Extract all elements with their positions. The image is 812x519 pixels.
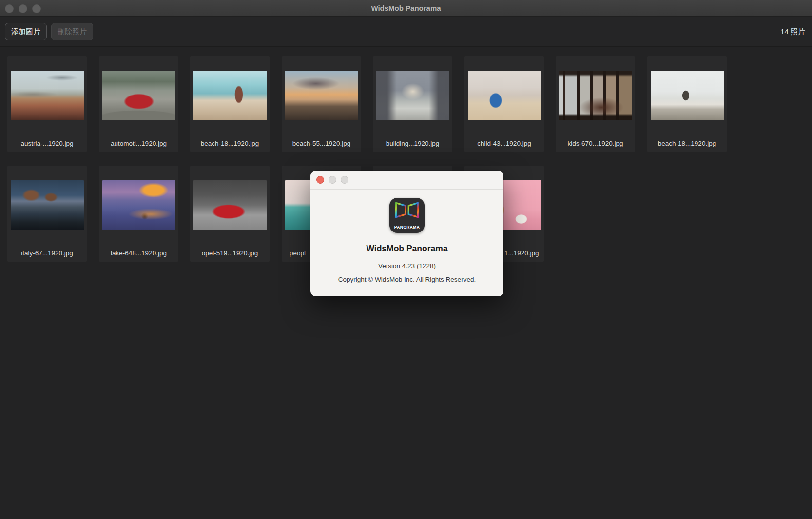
photo-filename: lake-648...1920.jpg bbox=[99, 250, 178, 257]
photo-cell[interactable]: child-43...1920.jpg bbox=[464, 56, 544, 152]
app-icon: PANORAMA bbox=[389, 198, 425, 233]
photo-thumbnail bbox=[651, 71, 724, 120]
window-titlebar: WidsMob Panorama bbox=[0, 0, 812, 17]
photo-thumbnail bbox=[376, 71, 449, 120]
photo-thumbnail bbox=[468, 71, 541, 120]
photo-filename: child-43...1920.jpg bbox=[464, 140, 544, 147]
photo-filename: opel-519...1920.jpg bbox=[190, 250, 270, 257]
about-dialog-traffic-lights bbox=[316, 176, 348, 184]
delete-photos-button[interactable]: 刪除照片 bbox=[51, 23, 93, 40]
panorama-icon bbox=[394, 202, 420, 218]
photo-thumbnail bbox=[193, 71, 267, 120]
photo-thumbnail bbox=[193, 180, 267, 230]
photo-cell[interactable]: automoti...1920.jpg bbox=[99, 56, 178, 152]
window-title: WidsMob Panorama bbox=[0, 0, 812, 16]
photo-filename: building...1920.jpg bbox=[373, 140, 452, 147]
app-icon-label: PANORAMA bbox=[389, 225, 425, 230]
photo-count: 14 照片 bbox=[780, 17, 805, 46]
photo-thumbnail bbox=[11, 71, 84, 120]
photo-cell[interactable]: austria-...1920.jpg bbox=[7, 56, 87, 152]
photo-cell[interactable]: beach-18...1920.jpg bbox=[647, 56, 727, 152]
photo-filename: austria-...1920.jpg bbox=[7, 140, 87, 147]
about-version: Version 4.23 (1228) bbox=[310, 262, 503, 269]
add-images-button[interactable]: 添加圖片 bbox=[5, 23, 47, 40]
photo-thumbnail bbox=[559, 71, 632, 120]
photo-filename: beach-18...1920.jpg bbox=[647, 140, 727, 147]
photo-cell[interactable]: italy-67...1920.jpg bbox=[7, 166, 87, 262]
about-copyright: Copyright © WidsMob Inc. All Rights Rese… bbox=[310, 276, 503, 283]
photo-filename: kids-670...1920.jpg bbox=[556, 140, 635, 147]
photo-thumbnail bbox=[102, 71, 175, 120]
about-dialog: PANORAMA WidsMob Panorama Version 4.23 (… bbox=[310, 171, 503, 296]
about-zoom-button bbox=[341, 176, 348, 184]
photo-cell[interactable]: kids-670...1920.jpg bbox=[556, 56, 635, 152]
photo-filename: beach-55...1920.jpg bbox=[282, 140, 361, 147]
toolbar: 添加圖片 刪除照片 14 照片 bbox=[0, 17, 812, 47]
photo-thumbnail bbox=[11, 180, 84, 230]
about-minimize-button bbox=[329, 176, 336, 184]
photo-filename: italy-67...1920.jpg bbox=[7, 250, 87, 257]
photo-thumbnail bbox=[285, 71, 358, 120]
photo-cell[interactable]: beach-55...1920.jpg bbox=[282, 56, 361, 152]
photo-filename: automoti...1920.jpg bbox=[99, 140, 178, 147]
about-app-name: WidsMob Panorama bbox=[310, 244, 503, 254]
about-dialog-titlebar bbox=[310, 171, 503, 190]
photo-cell[interactable]: building...1920.jpg bbox=[373, 56, 452, 152]
photo-cell[interactable]: beach-18...1920.jpg bbox=[190, 56, 270, 152]
app-window: WidsMob Panorama 添加圖片 刪除照片 14 照片 austria… bbox=[0, 0, 812, 519]
photo-cell[interactable]: opel-519...1920.jpg bbox=[190, 166, 270, 262]
photo-filename: beach-18...1920.jpg bbox=[190, 140, 270, 147]
photo-cell[interactable]: lake-648...1920.jpg bbox=[99, 166, 178, 262]
photo-thumbnail bbox=[102, 180, 175, 230]
about-close-button[interactable] bbox=[316, 176, 324, 184]
